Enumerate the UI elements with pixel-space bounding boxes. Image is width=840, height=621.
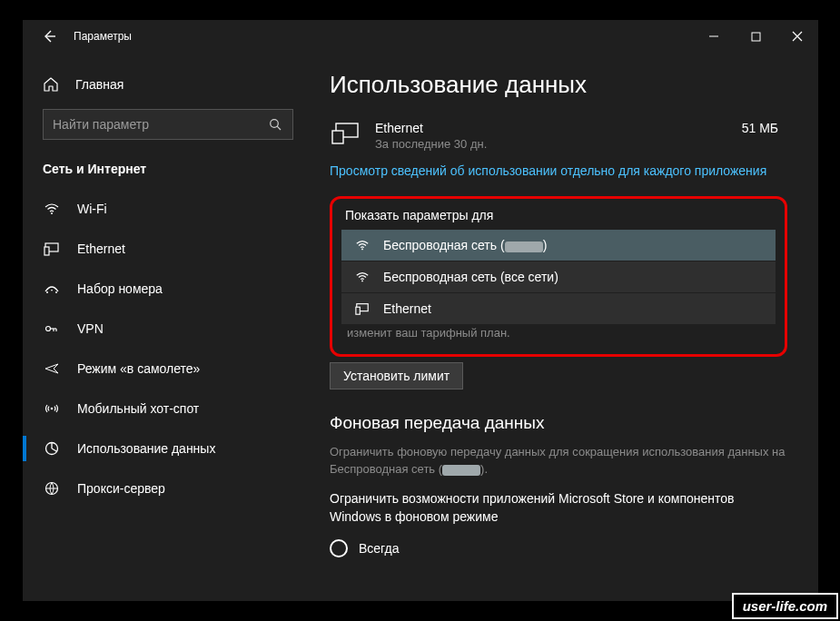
sidebar-item-proxy[interactable]: Прокси-сервер (23, 468, 313, 508)
sidebar-item-label: Режим «в самолете» (77, 361, 200, 376)
dropdown-option-wireless-specific[interactable]: Беспроводная сеть () (341, 230, 776, 261)
background-description-2: Ограничить возможности приложений Micros… (330, 489, 787, 527)
truncated-text: изменит ваш тарифный план. (347, 326, 776, 340)
hotspot-icon (43, 399, 61, 418)
sidebar-item-label: Ethernet (77, 242, 125, 256)
maximize-button[interactable] (735, 22, 776, 51)
svg-rect-0 (752, 33, 760, 41)
sidebar-item-hotspot[interactable]: Мобильный хот-спот (23, 389, 313, 429)
main-content: Использование данных Ethernet За последн… (313, 53, 818, 601)
airplane-icon (43, 360, 61, 378)
background-heading: Фоновая передача данных (330, 413, 787, 433)
svg-rect-12 (332, 131, 343, 143)
sidebar-item-label: Прокси-сервер (77, 481, 165, 496)
dialup-icon (43, 280, 61, 298)
sidebar-item-airplane[interactable]: Режим «в самолете» (23, 349, 313, 389)
wifi-icon (354, 269, 371, 285)
dropdown-option-label: Беспроводная сеть (все сети) (383, 270, 558, 284)
close-icon (792, 31, 803, 42)
back-button[interactable] (41, 28, 57, 44)
background-description: Ограничить фоновую передачу данных для с… (330, 444, 787, 478)
sidebar-item-data-usage[interactable]: Использование данных (23, 429, 313, 468)
svg-rect-16 (356, 308, 360, 315)
page-heading: Использование данных (330, 71, 787, 99)
ethernet-icon (354, 301, 371, 317)
svg-point-13 (361, 249, 363, 251)
sidebar-item-dialup[interactable]: Набор номера (23, 269, 313, 309)
minimize-button[interactable] (693, 22, 735, 51)
maximize-icon (751, 32, 761, 42)
dropdown-option-label: Беспроводная сеть () (383, 238, 547, 252)
sidebar-home-label: Главная (75, 77, 124, 92)
sidebar-item-vpn[interactable]: VPN (23, 309, 313, 349)
svg-point-8 (51, 408, 54, 410)
minimize-icon (708, 31, 719, 42)
sidebar-nav: Wi-Fi Ethernet Набор номера (23, 189, 313, 508)
close-button[interactable] (776, 22, 818, 51)
radio-icon (330, 539, 348, 557)
data-usage-icon (43, 439, 61, 458)
svg-point-1 (271, 119, 279, 127)
set-limit-button[interactable]: Установить лимит (330, 362, 463, 389)
dropdown-option-ethernet[interactable]: Ethernet (341, 293, 776, 324)
dropdown-label: Показать параметры для (341, 206, 776, 230)
sidebar-item-label: Использование данных (77, 441, 215, 456)
wifi-icon (354, 237, 371, 253)
usage-network-name: Ethernet (375, 121, 727, 135)
vpn-icon (43, 320, 61, 338)
watermark: user-life.com (732, 593, 838, 619)
window-title: Параметры (74, 30, 132, 43)
usage-summary: Ethernet За последние 30 дн. 51 МБ (330, 121, 787, 151)
search-input[interactable] (53, 117, 269, 132)
redacted-ssid (505, 242, 543, 252)
settings-window: Параметры Главная (23, 20, 818, 601)
sidebar: Главная Сеть и Интернет Wi-Fi (23, 53, 313, 601)
ethernet-usage-icon (330, 121, 361, 146)
sidebar-item-label: Wi-Fi (77, 202, 107, 216)
sidebar-item-ethernet[interactable]: Ethernet (23, 229, 313, 269)
per-app-usage-link[interactable]: Просмотр сведений об использовании отдел… (330, 162, 766, 180)
svg-point-14 (361, 281, 363, 282)
usage-period: За последние 30 дн. (375, 137, 727, 151)
svg-rect-4 (44, 247, 49, 255)
ethernet-icon (43, 240, 61, 258)
sidebar-item-label: Набор номера (77, 281, 163, 296)
sidebar-home[interactable]: Главная (23, 69, 313, 100)
arrow-left-icon (42, 29, 56, 44)
search-box[interactable] (43, 109, 293, 140)
radio-always[interactable]: Всегда (330, 536, 787, 561)
sidebar-item-label: Мобильный хот-спот (77, 401, 199, 416)
sidebar-item-wifi[interactable]: Wi-Fi (23, 189, 313, 229)
dropdown-option-label: Ethernet (383, 301, 431, 316)
highlighted-dropdown: Показать параметры для Беспроводная сеть… (330, 196, 787, 357)
svg-point-5 (46, 291, 48, 293)
titlebar: Параметры (23, 20, 818, 53)
svg-point-2 (51, 212, 53, 214)
proxy-icon (43, 479, 61, 498)
radio-label: Всегда (359, 541, 400, 556)
sidebar-section: Сеть и Интернет (23, 140, 313, 189)
dropdown-option-wireless-all[interactable]: Беспроводная сеть (все сети) (341, 261, 776, 292)
usage-amount: 51 МБ (742, 121, 778, 135)
svg-point-6 (55, 291, 57, 293)
home-icon (43, 76, 59, 93)
search-icon (269, 118, 283, 132)
redacted-ssid (442, 465, 480, 476)
wifi-icon (43, 200, 61, 218)
svg-point-7 (46, 327, 51, 331)
sidebar-item-label: VPN (77, 321, 104, 336)
